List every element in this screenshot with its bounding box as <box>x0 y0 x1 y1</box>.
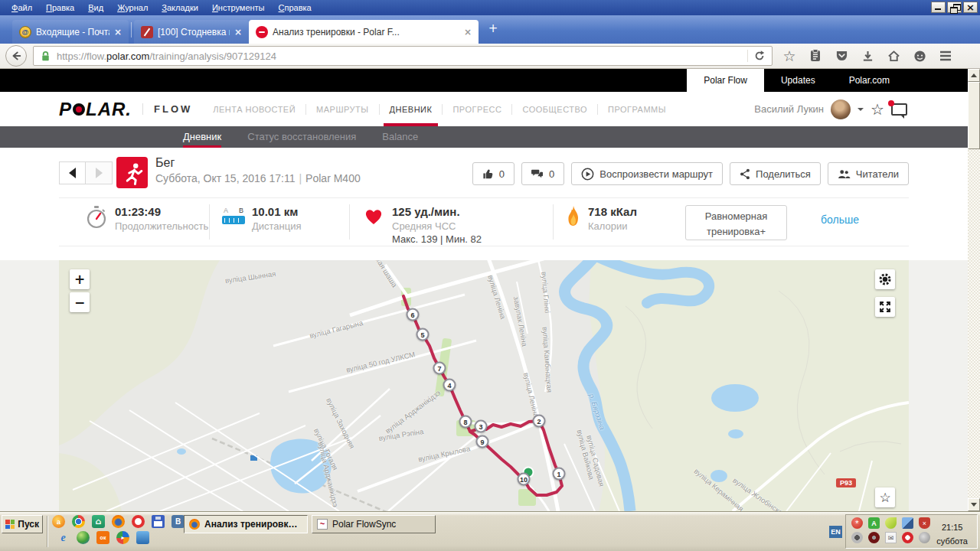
tab-close-icon[interactable]: × <box>464 28 472 37</box>
map-locate-button[interactable] <box>875 269 895 289</box>
menu-item[interactable]: Закладки <box>155 2 205 14</box>
nav-item[interactable]: ПРОГРЕСС <box>443 92 511 126</box>
tab-close-icon[interactable]: × <box>114 28 122 37</box>
session-nav-arrows <box>59 161 113 184</box>
browser-tab-polar-active[interactable]: Анализ тренировки - Polar F... × <box>249 20 479 44</box>
share-button[interactable]: Поделиться <box>730 162 821 185</box>
user-name[interactable]: Василий Лукин <box>754 103 824 115</box>
menu-item[interactable]: Файл <box>5 2 39 14</box>
scroll-up-icon[interactable] <box>968 69 980 82</box>
pocket-icon[interactable] <box>834 48 849 64</box>
hello-chat-icon[interactable] <box>912 48 927 64</box>
bookmark-star-icon[interactable]: ☆ <box>782 48 797 64</box>
new-tab-button[interactable]: + <box>483 20 503 37</box>
avira-tray-icon[interactable] <box>902 532 913 543</box>
leaf-tray-icon[interactable] <box>885 517 897 529</box>
language-indicator[interactable]: EN <box>829 526 842 538</box>
webcam-tray-icon[interactable] <box>851 532 863 543</box>
polar-top-link[interactable]: Polar Flow <box>687 69 764 92</box>
stopwatch-icon <box>85 205 108 233</box>
diary-subnav: ДневникСтатус восстановленияBalance <box>0 126 968 148</box>
reload-button[interactable] <box>747 50 766 62</box>
menu-item[interactable]: Вид <box>81 2 110 14</box>
start-button[interactable]: Пуск <box>2 515 43 533</box>
logo-o-icon <box>73 103 85 116</box>
replay-route-button[interactable]: Воспроизвести маршрут <box>571 162 723 185</box>
logo-text: P <box>59 99 72 120</box>
blue-app-icon[interactable] <box>136 531 149 544</box>
subnav-item[interactable]: Статус восстановления <box>247 126 356 148</box>
aimp-tray-icon[interactable]: A <box>868 517 880 529</box>
chrome-icon[interactable] <box>72 515 85 528</box>
subnav-item[interactable]: Balance <box>382 126 418 148</box>
odnoklassniki-icon[interactable]: ок <box>96 531 109 544</box>
back-button[interactable] <box>5 45 27 67</box>
opera-icon[interactable] <box>132 515 145 528</box>
map-fullscreen-button[interactable] <box>875 297 895 317</box>
favorites-star-icon[interactable]: ☆ <box>871 102 884 117</box>
nav-item[interactable]: ЛЕНТА НОВОСТЕЙ <box>203 92 305 126</box>
disc-tray-icon[interactable] <box>868 532 880 543</box>
nav-item[interactable]: ДНЕВНИК <box>380 92 443 126</box>
minimize-button[interactable] <box>931 2 946 13</box>
map-zoom-in-button[interactable]: + <box>70 269 90 289</box>
scrollbar-thumb[interactable] <box>968 82 980 149</box>
subnav-item[interactable]: Дневник <box>183 126 221 148</box>
menu-item[interactable]: Журнал <box>110 2 155 14</box>
home-icon[interactable] <box>886 48 901 64</box>
vk-icon[interactable]: В <box>172 515 185 528</box>
menu-item[interactable]: Справка <box>272 2 318 14</box>
floppy-save-icon[interactable] <box>152 515 165 528</box>
menu-item[interactable]: Правка <box>39 2 81 14</box>
previous-session-button[interactable] <box>59 161 86 184</box>
red-badge-tray-icon[interactable]: * <box>851 517 863 529</box>
comments-button[interactable]: 0 <box>521 162 564 185</box>
download-icon[interactable] <box>860 48 875 64</box>
internet-explorer-icon[interactable]: e <box>57 531 70 544</box>
like-button[interactable]: 0 <box>472 162 514 185</box>
nav-item[interactable]: МАРШРУТЫ <box>306 92 378 126</box>
shield-tray-icon[interactable]: × <box>919 517 930 529</box>
amigo-browser-icon[interactable]: a <box>52 515 65 528</box>
menu-items: ФайлПравкаВидЖурналЗакладкиИнструментыСп… <box>5 2 318 14</box>
clock-day: суббота <box>936 535 968 549</box>
avatar[interactable] <box>831 99 851 119</box>
tab-close-icon[interactable]: × <box>234 28 242 37</box>
menu-item[interactable]: Инструменты <box>205 2 272 14</box>
volume-tray-icon[interactable] <box>919 532 930 543</box>
map-zoom-out-button[interactable]: − <box>70 292 90 312</box>
task-button-flowsync[interactable]: ~ Polar FlowSync <box>312 515 436 533</box>
browser-tab-forum[interactable]: [100] Стодневка по бегу - 5... × <box>134 20 249 44</box>
firefox-icon[interactable] <box>112 515 125 528</box>
bookmarks-list-icon[interactable] <box>808 48 823 64</box>
stat-divider <box>209 204 210 240</box>
green-home-app-icon[interactable]: ⌂ <box>92 515 105 528</box>
scroll-down-icon[interactable] <box>968 498 980 511</box>
restore-button[interactable] <box>947 2 962 13</box>
next-session-button[interactable] <box>86 161 113 184</box>
more-link[interactable]: больше <box>821 214 859 226</box>
messages-icon[interactable] <box>891 103 907 116</box>
clock[interactable]: 21:15 суббота <box>936 521 968 548</box>
polar-top-link[interactable]: Updates <box>764 69 832 92</box>
route-map[interactable]: Р93 + − ☆ кая шашавуліца Шыннаявуліца Ле… <box>59 260 909 511</box>
page-scrollbar[interactable] <box>968 69 980 511</box>
task-button-polar-flow[interactable]: Анализ тренировки - ... <box>184 515 308 533</box>
polar-top-link[interactable]: Polar.com <box>832 69 906 92</box>
network-tray-icon[interactable] <box>902 517 913 529</box>
training-benefit-button[interactable]: Равномерная тренировка+ <box>685 205 787 240</box>
menu-hamburger-icon[interactable] <box>938 48 953 64</box>
nav-item[interactable]: СООБЩЕСТВО <box>512 92 597 126</box>
globe-app-icon[interactable] <box>77 531 90 544</box>
url-bar[interactable]: https://flow.polar.com/training/analysis… <box>33 46 773 66</box>
media-player-icon[interactable]: ▸ <box>116 531 129 544</box>
browser-tab-mail[interactable]: Входящие - Почта Mail.Ru × <box>12 20 129 44</box>
nav-item[interactable]: ПРОГРАММЫ <box>598 92 676 126</box>
map-favorite-button[interactable]: ☆ <box>875 487 895 507</box>
back-arrow-icon <box>10 50 22 62</box>
mail-tray-icon[interactable]: ✉ <box>885 532 897 543</box>
followers-button[interactable]: Читатели <box>828 162 909 185</box>
close-button[interactable] <box>963 2 978 13</box>
chevron-down-icon[interactable] <box>858 108 864 114</box>
polar-logo[interactable]: PLAR. <box>59 99 132 120</box>
